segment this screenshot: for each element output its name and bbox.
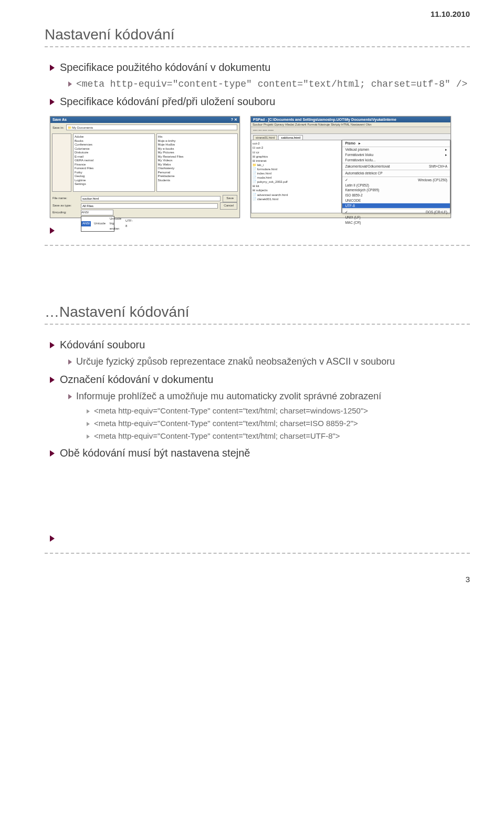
menu-item[interactable]: Formátování bloku — [342, 152, 450, 158]
filename-input[interactable] — [81, 196, 220, 201]
text: Obě kódování musí být nastavena stejně — [60, 447, 250, 459]
text: Specifikace použitého kódování v dokumen… — [60, 61, 270, 73]
text: Kódování souboru — [60, 339, 145, 350]
slide2-title: …Nastavení kódování — [45, 304, 470, 320]
menu-item[interactable]: Automatická detekce CP — [342, 171, 450, 176]
bullet-spec-doc: Specifikace použitého kódování v dokumen… — [50, 60, 470, 74]
save-in-label: Save in: — [52, 126, 64, 129]
encoding-option[interactable]: UTF-8 — [124, 219, 134, 229]
save-in-row: Save in: 📁 My Documents — [50, 123, 239, 132]
bullet-icon — [87, 409, 90, 413]
places-bar[interactable] — [52, 133, 71, 192]
close-icon[interactable]: ? ✕ — [231, 118, 237, 122]
bullet-spec-save: Specifikace kódování před/při uložení so… — [50, 95, 470, 108]
code-text: <meta http-equiv="Content-Type" content=… — [94, 419, 358, 428]
pspad-toolbar[interactable]: ▫▫▫▫ ▫▫▫ ▫▫▫▫ ▫▫▫▫▫ — [251, 127, 450, 134]
tab-active[interactable]: sablona.html — [278, 135, 303, 140]
divider — [45, 553, 470, 554]
meta-example: <meta http-equiv="Content-Type" content=… — [87, 406, 470, 416]
bullet-icon — [68, 394, 72, 399]
menu-item[interactable]: Formátování kódu... — [342, 158, 450, 163]
pspad-menubar[interactable]: Soubor Projekt Úpravy Hledat Zobrazit Fo… — [251, 122, 450, 127]
divider — [45, 245, 470, 246]
page-number: 3 — [45, 575, 470, 584]
dialog-title: Save As — [52, 118, 67, 122]
code-text: <meta http-equiv="content-type" content=… — [76, 79, 467, 89]
text: Informuje prohlížeč a umožňuje mu automa… — [76, 391, 381, 401]
bullet-icon — [50, 342, 55, 348]
file-list-area: AdobeBooks ConferencesColoriance Diskutu… — [50, 132, 239, 193]
text: Specifikace kódování před/při uložení so… — [60, 96, 275, 107]
meta-example: <meta http-equiv="Content-Type" content=… — [87, 418, 470, 429]
sub-bullet: Určuje fyzický způsob reprezentace znaků… — [68, 356, 470, 368]
bullet-icon — [50, 65, 55, 71]
text: Označení kódování v dokumentu — [60, 374, 213, 385]
save-button[interactable]: Save — [223, 195, 237, 202]
slide-1: Nastavení kódování Specifikace použitého… — [45, 26, 470, 246]
divider — [45, 324, 470, 325]
cp-item[interactable]: Windows (CP1250) — [342, 178, 450, 183]
menu-item[interactable]: Velikost písmen — [342, 147, 450, 152]
encoding-label: Encoding: — [52, 210, 79, 215]
divider — [45, 46, 470, 47]
bullet-icon — [50, 377, 55, 383]
filename-label: File name: — [52, 196, 79, 201]
eol-item[interactable]: UNIX (LF) — [342, 215, 450, 220]
encoding-option[interactable]: Unicode big endian — [109, 216, 122, 232]
cp-item[interactable]: UNICODE — [342, 198, 450, 203]
bullet-meta-code: <meta http-equiv="content-type" content=… — [68, 78, 470, 90]
format-menu: Písmo Velikost písmen Formátování bloku … — [342, 140, 450, 213]
bullet-icon — [50, 99, 55, 105]
encoding-option[interactable]: ANSI — [81, 221, 91, 226]
cp-item[interactable]: Kameníckých (CP895) — [342, 188, 450, 193]
bullet-icon — [50, 535, 55, 542]
pspad-title: PSPad - [C:\Documents and Settings\zamos… — [253, 118, 396, 121]
bullet-both-same: Obě kódování musí být nastavena stejně — [50, 446, 470, 460]
file-list-col[interactable]: HtsMoje e-knihy Moje HudbaMy e-books My … — [156, 133, 238, 192]
pspad-tabs: strana01.html sablona.html — [251, 134, 450, 140]
sub-bullet: Informuje prohlížeč a umožňuje mu automa… — [68, 390, 470, 402]
encoding-option[interactable]: Unicode — [93, 221, 107, 226]
cp-item[interactable]: ISO 8859-2 — [342, 193, 450, 198]
eol-item[interactable]: MAC (CR) — [342, 220, 450, 225]
save-controls: File name: Save Save as type: Cancel Enc… — [50, 193, 239, 218]
pspad-tree[interactable]: uot-2⊟ uot-2 ⊟ cz ⊞ graphics ⊞ intranet … — [251, 140, 342, 213]
encoding-dropdown[interactable]: ANSI Unicode Unicode big endian UTF-8 — [81, 216, 114, 232]
file-list-col[interactable]: AdobeBooks ConferencesColoriance Diskutu… — [73, 133, 155, 192]
bullet-icon — [87, 422, 90, 426]
savetype-label: Save as type: — [52, 203, 79, 209]
bullet-icon — [68, 81, 72, 87]
screenshot-row: Save As ? ✕ Save in: 📁 My Documents Adob… — [50, 116, 470, 218]
pspad-window: PSPad - [C:\Documents and Settings\zamos… — [250, 116, 451, 218]
header-date: 11.10.2010 — [430, 9, 470, 18]
cp-item[interactable]: Latin II (CP852) — [342, 183, 450, 188]
cp-item-selected[interactable]: UTF-8 — [342, 203, 450, 209]
menu-header[interactable]: Písmo — [342, 140, 450, 147]
cancel-button[interactable]: Cancel — [220, 202, 237, 210]
code-text: <meta http-equiv="Content-Type" content=… — [94, 431, 340, 440]
code-text: <meta http-equiv="Content-Type" content=… — [94, 406, 368, 415]
bullet-doc-encoding: Označení kódování v dokumentu — [50, 373, 470, 386]
bullet-file-encoding: Kódování souboru — [50, 338, 470, 351]
empty-bullet — [50, 531, 470, 545]
slide-2: …Nastavení kódování Kódování souboru Urč… — [45, 304, 470, 554]
bullet-icon — [50, 450, 55, 457]
dialog-titlebar: Save As ? ✕ — [50, 117, 239, 123]
bullet-icon — [68, 359, 72, 365]
menu-item[interactable]: Zakomentovat/OdkomentovatShift+Ctrl+A — [342, 164, 450, 169]
slide1-title: Nastavení kódování — [45, 26, 470, 43]
pspad-titlebar: PSPad - [C:\Documents and Settings\zamos… — [251, 117, 450, 122]
meta-example: <meta http-equiv="Content-Type" content=… — [87, 431, 470, 441]
tab[interactable]: strana01.html — [253, 135, 277, 140]
text: Určuje fyzický způsob reprezentace znaků… — [76, 356, 395, 367]
save-as-dialog: Save As ? ✕ Save in: 📁 My Documents Adob… — [50, 116, 240, 218]
save-in-combo[interactable]: 📁 My Documents — [66, 125, 237, 130]
eol-item[interactable]: DOS (CR+LF) — [342, 210, 450, 215]
bullet-icon — [87, 434, 90, 439]
encoding-combo[interactable]: ANSI ANSI Unicode Unicode big endian UTF… — [81, 210, 113, 216]
bullet-icon — [50, 227, 55, 234]
savetype-combo[interactable] — [81, 203, 218, 209]
